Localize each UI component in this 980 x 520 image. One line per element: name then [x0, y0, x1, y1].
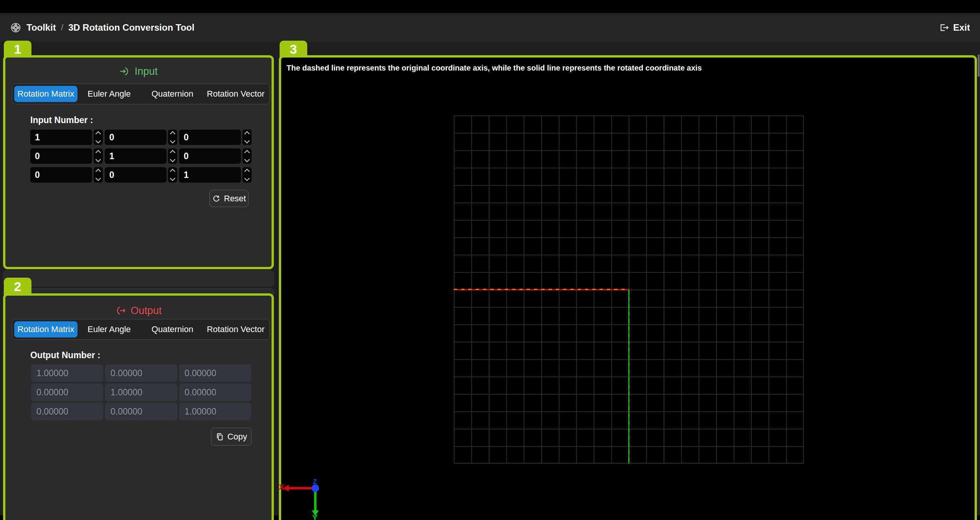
step-down-icon[interactable]: [170, 157, 175, 162]
output-tabbar: Rotation Matrix Euler Angle Quaternion R…: [12, 319, 270, 340]
output-panel-title: Output: [130, 305, 161, 317]
copy-button[interactable]: Copy: [211, 428, 252, 446]
stepper-0-0: [94, 130, 103, 145]
copy-label: Copy: [227, 432, 247, 442]
viewport-note: The dashed line represents the original …: [287, 64, 702, 72]
arrow-out-icon: [115, 305, 126, 316]
output-matrix-row: 0.00000 1.00000 0.00000: [31, 383, 253, 401]
stepper-0-2: [242, 130, 252, 145]
stepper-1-2: [242, 148, 252, 164]
step-down-icon[interactable]: [170, 176, 175, 181]
input-tab-rotation-matrix[interactable]: Rotation Matrix: [14, 86, 77, 102]
matrix-output-2-1: 0.00000: [105, 403, 177, 420]
original-y-axis-dashed-line: [629, 290, 629, 464]
arrow-into-icon: [119, 66, 130, 77]
step-up-icon[interactable]: [244, 131, 250, 137]
z-axis-dot: [311, 484, 319, 492]
matrix-output-1-1: 1.00000: [105, 383, 177, 401]
stepper-2-1: [168, 167, 177, 183]
step-up-icon[interactable]: [170, 169, 175, 174]
reset-button[interactable]: Reset: [209, 190, 249, 207]
matrix-input-2-0[interactable]: [30, 167, 92, 183]
matrix-output-0-1: 0.00000: [105, 364, 177, 382]
output-matrix-row: 0.00000 0.00000 1.00000: [31, 403, 253, 420]
stepper-1-0: [94, 148, 103, 164]
input-panel-title: Input: [135, 66, 158, 77]
step-down-icon[interactable]: [244, 176, 250, 181]
collapsed-section: [3, 270, 274, 286]
panel-badge-1: 1: [4, 41, 31, 58]
output-matrix: 1.00000 0.00000 0.00000 0.00000 1.00000 …: [31, 364, 253, 422]
step-up-icon[interactable]: [96, 169, 101, 174]
scrollbar-thumb[interactable]: [978, 54, 980, 77]
step-down-icon[interactable]: [96, 176, 101, 181]
output-tab-euler-angle[interactable]: Euler Angle: [77, 321, 141, 337]
exit-label: Exit: [953, 22, 970, 33]
input-matrix: [30, 130, 254, 186]
page-title: 3D Rotation Conversion Tool: [68, 22, 194, 33]
copy-icon: [216, 433, 224, 441]
step-down-icon[interactable]: [96, 138, 101, 143]
refresh-icon: [212, 194, 221, 203]
matrix-input-2-2[interactable]: [179, 167, 241, 183]
input-matrix-row: [30, 167, 254, 183]
step-up-icon[interactable]: [244, 169, 250, 174]
reset-label: Reset: [224, 194, 246, 204]
y-axis-label: Y: [312, 513, 318, 520]
stepper-1-1: [168, 148, 177, 164]
output-number-label: Output Number :: [30, 350, 100, 360]
screen: Toolkit / 3D Rotation Conversion Tool Ex…: [0, 0, 980, 520]
viewport-panel: The dashed line represents the original …: [279, 55, 977, 520]
output-tab-quaternion[interactable]: Quaternion: [141, 321, 204, 337]
input-panel: Input Rotation Matrix Euler Angle Quater…: [3, 55, 274, 269]
stepper-2-2: [242, 167, 252, 183]
output-panel: Output Rotation Matrix Euler Angle Quate…: [3, 293, 274, 520]
input-tab-quaternion[interactable]: Quaternion: [141, 86, 204, 102]
output-tab-rotation-matrix[interactable]: Rotation Matrix: [14, 321, 77, 337]
breadcrumb: Toolkit / 3D Rotation Conversion Tool: [10, 22, 194, 33]
output-panel-header: Output: [5, 303, 272, 318]
stepper-2-0: [94, 167, 103, 183]
matrix-output-1-2: 0.00000: [179, 383, 251, 401]
step-up-icon[interactable]: [170, 131, 175, 137]
panel-badge-3: 3: [280, 41, 307, 58]
matrix-output-0-0: 1.00000: [31, 364, 103, 382]
logout-icon: [939, 23, 949, 33]
input-matrix-row: [30, 148, 254, 164]
matrix-input-2-1[interactable]: [105, 167, 166, 183]
step-up-icon[interactable]: [244, 150, 250, 155]
stepper-0-1: [168, 130, 177, 145]
step-down-icon[interactable]: [170, 138, 175, 143]
input-panel-header: Input: [5, 64, 272, 79]
matrix-output-0-2: 0.00000: [179, 364, 251, 382]
matrix-output-1-0: 0.00000: [31, 383, 103, 401]
top-bar: Toolkit / 3D Rotation Conversion Tool Ex…: [0, 13, 980, 42]
output-tab-rotation-vector[interactable]: Rotation Vector: [204, 321, 267, 337]
input-number-label: Input Number :: [30, 115, 93, 125]
breadcrumb-separator: /: [61, 23, 63, 33]
step-down-icon[interactable]: [96, 157, 101, 162]
matrix-input-1-1[interactable]: [105, 148, 166, 164]
app-background: Toolkit / 3D Rotation Conversion Tool Ex…: [0, 13, 980, 515]
original-x-axis-dashed-line: [454, 289, 629, 290]
exit-button[interactable]: Exit: [939, 22, 970, 33]
x-axis-label: X: [279, 482, 284, 492]
matrix-input-1-2[interactable]: [179, 148, 241, 164]
step-down-icon[interactable]: [244, 157, 250, 162]
breadcrumb-brand[interactable]: Toolkit: [26, 22, 56, 33]
matrix-input-0-1[interactable]: [105, 130, 166, 145]
panel-badge-2: 2: [4, 278, 31, 295]
input-tab-rotation-vector[interactable]: Rotation Vector: [204, 86, 267, 102]
matrix-input-0-0[interactable]: [30, 130, 92, 145]
matrix-input-1-0[interactable]: [30, 148, 92, 164]
matrix-output-2-2: 1.00000: [179, 403, 251, 420]
matrix-output-2-0: 0.00000: [31, 403, 103, 420]
output-matrix-row: 1.00000 0.00000 0.00000: [31, 364, 253, 382]
toolkit-reel-icon: [10, 22, 21, 33]
step-up-icon[interactable]: [96, 131, 101, 137]
step-up-icon[interactable]: [96, 150, 101, 155]
step-down-icon[interactable]: [244, 138, 250, 143]
matrix-input-0-2[interactable]: [179, 130, 241, 145]
step-up-icon[interactable]: [170, 150, 175, 155]
input-tab-euler-angle[interactable]: Euler Angle: [77, 86, 141, 102]
